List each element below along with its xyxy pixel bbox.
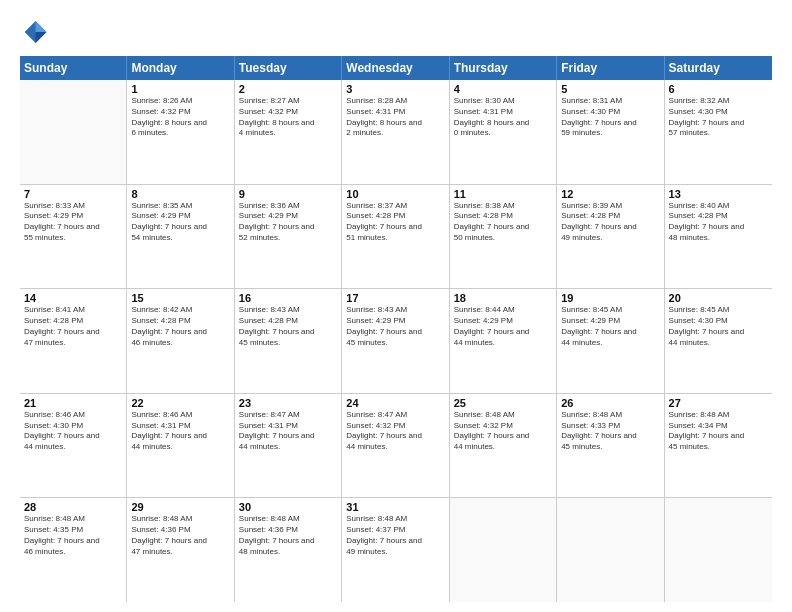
day-cell-29: 29Sunrise: 8:48 AMSunset: 4:36 PMDayligh…	[127, 498, 234, 602]
calendar: SundayMondayTuesdayWednesdayThursdayFrid…	[20, 56, 772, 602]
day-cell-18: 18Sunrise: 8:44 AMSunset: 4:29 PMDayligh…	[450, 289, 557, 393]
header-day-thursday: Thursday	[450, 56, 557, 80]
daylight-line1: Daylight: 8 hours and	[346, 118, 444, 129]
sunset-text: Sunset: 4:30 PM	[669, 107, 768, 118]
daylight-line1: Daylight: 7 hours and	[131, 222, 229, 233]
sunset-text: Sunset: 4:32 PM	[239, 107, 337, 118]
day-number: 8	[131, 188, 229, 200]
daylight-line1: Daylight: 7 hours and	[346, 327, 444, 338]
sunset-text: Sunset: 4:29 PM	[561, 316, 659, 327]
daylight-line1: Daylight: 8 hours and	[131, 118, 229, 129]
daylight-line2: 52 minutes.	[239, 233, 337, 244]
day-number: 23	[239, 397, 337, 409]
daylight-line1: Daylight: 7 hours and	[239, 327, 337, 338]
page: SundayMondayTuesdayWednesdayThursdayFrid…	[0, 0, 792, 612]
daylight-line1: Daylight: 8 hours and	[454, 118, 552, 129]
sunset-text: Sunset: 4:31 PM	[131, 421, 229, 432]
sunrise-text: Sunrise: 8:46 AM	[131, 410, 229, 421]
day-number: 31	[346, 501, 444, 513]
day-number: 1	[131, 83, 229, 95]
header-day-sunday: Sunday	[20, 56, 127, 80]
day-number: 28	[24, 501, 122, 513]
day-cell-2: 2Sunrise: 8:27 AMSunset: 4:32 PMDaylight…	[235, 80, 342, 184]
header-day-saturday: Saturday	[665, 56, 772, 80]
day-cell-16: 16Sunrise: 8:43 AMSunset: 4:28 PMDayligh…	[235, 289, 342, 393]
daylight-line2: 55 minutes.	[24, 233, 122, 244]
sunset-text: Sunset: 4:29 PM	[24, 211, 122, 222]
sunrise-text: Sunrise: 8:28 AM	[346, 96, 444, 107]
daylight-line1: Daylight: 7 hours and	[669, 431, 768, 442]
daylight-line1: Daylight: 7 hours and	[24, 431, 122, 442]
day-cell-31: 31Sunrise: 8:48 AMSunset: 4:37 PMDayligh…	[342, 498, 449, 602]
day-cell-11: 11Sunrise: 8:38 AMSunset: 4:28 PMDayligh…	[450, 185, 557, 289]
daylight-line2: 6 minutes.	[131, 128, 229, 139]
sunrise-text: Sunrise: 8:44 AM	[454, 305, 552, 316]
daylight-line2: 45 minutes.	[669, 442, 768, 453]
header-day-wednesday: Wednesday	[342, 56, 449, 80]
day-cell-8: 8Sunrise: 8:35 AMSunset: 4:29 PMDaylight…	[127, 185, 234, 289]
sunrise-text: Sunrise: 8:35 AM	[131, 201, 229, 212]
day-number: 26	[561, 397, 659, 409]
sunrise-text: Sunrise: 8:45 AM	[669, 305, 768, 316]
daylight-line1: Daylight: 7 hours and	[239, 431, 337, 442]
daylight-line1: Daylight: 7 hours and	[346, 431, 444, 442]
day-cell-4: 4Sunrise: 8:30 AMSunset: 4:31 PMDaylight…	[450, 80, 557, 184]
sunset-text: Sunset: 4:32 PM	[346, 421, 444, 432]
sunset-text: Sunset: 4:30 PM	[24, 421, 122, 432]
day-cell-27: 27Sunrise: 8:48 AMSunset: 4:34 PMDayligh…	[665, 394, 772, 498]
sunset-text: Sunset: 4:32 PM	[454, 421, 552, 432]
daylight-line1: Daylight: 7 hours and	[454, 327, 552, 338]
day-number: 13	[669, 188, 768, 200]
calendar-header: SundayMondayTuesdayWednesdayThursdayFrid…	[20, 56, 772, 80]
logo-icon	[20, 18, 48, 46]
calendar-week-1: 1Sunrise: 8:26 AMSunset: 4:32 PMDaylight…	[20, 80, 772, 185]
daylight-line2: 59 minutes.	[561, 128, 659, 139]
daylight-line2: 57 minutes.	[669, 128, 768, 139]
svg-marker-2	[36, 32, 47, 43]
sunrise-text: Sunrise: 8:47 AM	[346, 410, 444, 421]
sunset-text: Sunset: 4:31 PM	[346, 107, 444, 118]
day-cell-25: 25Sunrise: 8:48 AMSunset: 4:32 PMDayligh…	[450, 394, 557, 498]
sunset-text: Sunset: 4:28 PM	[239, 316, 337, 327]
sunrise-text: Sunrise: 8:42 AM	[131, 305, 229, 316]
empty-cell	[665, 498, 772, 602]
day-cell-22: 22Sunrise: 8:46 AMSunset: 4:31 PMDayligh…	[127, 394, 234, 498]
sunrise-text: Sunrise: 8:41 AM	[24, 305, 122, 316]
day-number: 25	[454, 397, 552, 409]
daylight-line2: 49 minutes.	[346, 547, 444, 558]
daylight-line2: 44 minutes.	[561, 338, 659, 349]
day-number: 30	[239, 501, 337, 513]
day-number: 27	[669, 397, 768, 409]
daylight-line1: Daylight: 7 hours and	[669, 327, 768, 338]
sunrise-text: Sunrise: 8:36 AM	[239, 201, 337, 212]
day-number: 20	[669, 292, 768, 304]
daylight-line1: Daylight: 7 hours and	[24, 536, 122, 547]
sunset-text: Sunset: 4:28 PM	[131, 316, 229, 327]
daylight-line1: Daylight: 7 hours and	[239, 222, 337, 233]
day-cell-23: 23Sunrise: 8:47 AMSunset: 4:31 PMDayligh…	[235, 394, 342, 498]
sunrise-text: Sunrise: 8:37 AM	[346, 201, 444, 212]
sunrise-text: Sunrise: 8:48 AM	[239, 514, 337, 525]
day-cell-17: 17Sunrise: 8:43 AMSunset: 4:29 PMDayligh…	[342, 289, 449, 393]
empty-cell	[557, 498, 664, 602]
day-number: 29	[131, 501, 229, 513]
day-cell-10: 10Sunrise: 8:37 AMSunset: 4:28 PMDayligh…	[342, 185, 449, 289]
sunrise-text: Sunrise: 8:33 AM	[24, 201, 122, 212]
header	[20, 18, 772, 46]
sunset-text: Sunset: 4:28 PM	[454, 211, 552, 222]
sunset-text: Sunset: 4:28 PM	[346, 211, 444, 222]
day-cell-19: 19Sunrise: 8:45 AMSunset: 4:29 PMDayligh…	[557, 289, 664, 393]
sunrise-text: Sunrise: 8:30 AM	[454, 96, 552, 107]
day-number: 19	[561, 292, 659, 304]
sunrise-text: Sunrise: 8:27 AM	[239, 96, 337, 107]
calendar-body: 1Sunrise: 8:26 AMSunset: 4:32 PMDaylight…	[20, 80, 772, 602]
header-day-monday: Monday	[127, 56, 234, 80]
calendar-week-5: 28Sunrise: 8:48 AMSunset: 4:35 PMDayligh…	[20, 498, 772, 602]
day-number: 2	[239, 83, 337, 95]
daylight-line2: 44 minutes.	[454, 338, 552, 349]
daylight-line2: 44 minutes.	[239, 442, 337, 453]
day-cell-6: 6Sunrise: 8:32 AMSunset: 4:30 PMDaylight…	[665, 80, 772, 184]
day-number: 6	[669, 83, 768, 95]
daylight-line2: 48 minutes.	[669, 233, 768, 244]
sunset-text: Sunset: 4:31 PM	[454, 107, 552, 118]
